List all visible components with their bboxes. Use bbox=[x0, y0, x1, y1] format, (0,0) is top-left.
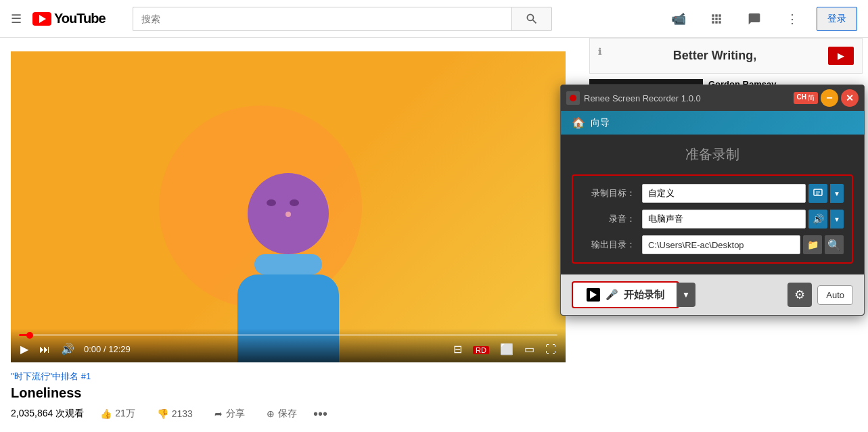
video-stats: 2,035,864 次观看 👍 21万 👎 2133 ➦ 分享 ⊕ 保存 • bbox=[11, 405, 566, 423]
share-icon: ➦ bbox=[214, 408, 223, 419]
dislike-count: 2133 bbox=[172, 408, 193, 419]
ad-text: Better Writing, bbox=[601, 49, 828, 63]
messages-icon-btn[interactable] bbox=[741, 5, 768, 32]
save-icon: ⊕ bbox=[267, 408, 275, 419]
guide-bar[interactable]: 🏠 向导 bbox=[561, 111, 864, 135]
search-bar bbox=[133, 7, 552, 31]
record-play-triangle bbox=[590, 291, 597, 299]
start-record-group: 🎤 开始录制 ▼ bbox=[572, 281, 695, 308]
video-info: "时下流行"中排名 #1 Loneliness 2,035,864 次观看 👍 … bbox=[11, 362, 566, 431]
next-button[interactable]: ⏭ bbox=[38, 342, 51, 357]
svg-point-1 bbox=[570, 95, 576, 101]
audio-control: 🔊 ▼ bbox=[642, 210, 844, 229]
theater-button[interactable]: ▭ bbox=[523, 341, 536, 357]
video-background bbox=[11, 51, 566, 362]
play-icon bbox=[39, 15, 46, 23]
target-arrow[interactable]: ▼ bbox=[830, 184, 844, 203]
dialog-title-controls: CH 简 − ✕ bbox=[794, 89, 859, 107]
time-current: 0:00 bbox=[84, 344, 101, 354]
start-record-label: 开始录制 bbox=[624, 289, 664, 302]
recorder-form: 录制目标： ▼ 录音： 🔊 ▼ bbox=[572, 174, 853, 264]
close-button[interactable]: ✕ bbox=[841, 89, 859, 107]
ch-jian-btn[interactable]: CH 简 bbox=[794, 92, 818, 104]
dislike-icon: 👎 bbox=[157, 408, 168, 419]
ad-banner: ℹ Better Writing, ▶ bbox=[589, 38, 863, 74]
like-button[interactable]: 👍 21万 bbox=[95, 405, 141, 423]
start-record-button[interactable]: 🎤 开始录制 bbox=[572, 281, 679, 308]
ch-label: CH bbox=[797, 93, 806, 103]
guide-home-icon: 🏠 bbox=[572, 116, 585, 129]
dialog-footer: 🎤 开始录制 ▼ ⚙ Auto bbox=[561, 274, 864, 315]
start-record-dropdown[interactable]: ▼ bbox=[677, 283, 695, 307]
miniplayer-button[interactable]: ⬜ bbox=[499, 341, 515, 357]
youtube-logo[interactable]: YouTube bbox=[32, 11, 106, 26]
controls-row: ▶ ⏭ 🔊 0:00 / 12:29 ⊟ RD bbox=[19, 341, 557, 357]
auto-button[interactable]: Auto bbox=[817, 285, 853, 305]
youtube-header: ☰ YouTube 📹 ⋮ 登录 bbox=[0, 0, 868, 38]
target-icon-svg bbox=[813, 189, 823, 198]
progress-bar[interactable] bbox=[19, 334, 557, 336]
share-button[interactable]: ➦ 分享 bbox=[209, 405, 250, 423]
target-label: 录制目标： bbox=[581, 187, 635, 199]
minimize-button[interactable]: − bbox=[821, 89, 838, 107]
search-input[interactable] bbox=[133, 7, 511, 31]
apps-icon-btn[interactable] bbox=[703, 5, 730, 32]
video-section: ▶ ⏭ 🔊 0:00 / 12:29 ⊟ RD bbox=[0, 38, 584, 432]
share-label: 分享 bbox=[226, 408, 245, 420]
target-input[interactable] bbox=[642, 184, 806, 203]
save-button[interactable]: ⊕ 保存 bbox=[261, 405, 302, 423]
record-video-icon bbox=[587, 288, 600, 302]
ad-cta-button[interactable]: ▶ bbox=[828, 47, 854, 65]
audio-input[interactable] bbox=[642, 210, 806, 229]
status-title: 准备录制 bbox=[572, 145, 853, 164]
video-player-container: ▶ ⏭ 🔊 0:00 / 12:29 ⊟ RD bbox=[11, 51, 566, 362]
controls-right: ⊟ RD ⬜ ▭ ⛶ bbox=[452, 341, 557, 357]
jian-label: 简 bbox=[808, 93, 815, 103]
video-title: Loneliness bbox=[11, 385, 566, 401]
fullscreen-button[interactable]: ⛶ bbox=[544, 342, 557, 357]
dislike-button[interactable]: 👎 2133 bbox=[152, 406, 198, 422]
progress-fill bbox=[19, 334, 30, 336]
record-badge: RD bbox=[473, 346, 489, 354]
like-count: 21万 bbox=[115, 408, 135, 420]
play-button[interactable]: ▶ bbox=[19, 341, 30, 357]
audio-row: 录音： 🔊 ▼ bbox=[581, 210, 844, 229]
char-eye-left bbox=[267, 199, 276, 206]
folder-icon[interactable]: 📁 bbox=[803, 235, 822, 254]
dialog-app-icon bbox=[566, 91, 580, 105]
dialog-title: Renee Screen Recorder 1.0.0 bbox=[584, 93, 790, 103]
dialog-titlebar: Renee Screen Recorder 1.0.0 CH 简 − ✕ bbox=[561, 85, 864, 111]
time-display: 0:00 / 12:29 bbox=[84, 344, 131, 354]
audio-arrow[interactable]: ▼ bbox=[830, 210, 844, 229]
volume-icon[interactable]: 🔊 bbox=[808, 210, 827, 229]
subtitles-button[interactable]: ⊟ bbox=[452, 341, 463, 357]
more-actions-button[interactable]: ••• bbox=[313, 406, 327, 422]
login-button[interactable]: 登录 bbox=[817, 7, 857, 31]
search-button[interactable] bbox=[511, 7, 552, 31]
output-control: 📁 🔍 bbox=[642, 235, 844, 254]
guide-text: 向导 bbox=[591, 117, 610, 129]
video-player[interactable]: ▶ ⏭ 🔊 0:00 / 12:29 ⊟ RD bbox=[11, 51, 566, 362]
char-eye-right bbox=[290, 199, 299, 206]
time-total: 12:29 bbox=[108, 344, 131, 354]
footer-right-controls: ⚙ Auto bbox=[787, 283, 853, 307]
target-dropdown-icon[interactable] bbox=[808, 184, 827, 203]
settings-button[interactable]: ⚙ bbox=[787, 283, 812, 307]
camera-icon-btn[interactable]: 📹 bbox=[665, 5, 692, 32]
more-icon-btn[interactable]: ⋮ bbox=[779, 5, 806, 32]
recorder-app-icon bbox=[568, 93, 578, 103]
video-trending[interactable]: "时下流行"中排名 #1 bbox=[11, 370, 566, 383]
output-row: 输出目录： 📁 🔍 bbox=[581, 235, 844, 254]
progress-dot bbox=[26, 332, 33, 339]
like-icon: 👍 bbox=[100, 408, 112, 419]
recorder-dialog: Renee Screen Recorder 1.0.0 CH 简 − ✕ 🏠 向… bbox=[560, 85, 865, 316]
target-row: 录制目标： ▼ bbox=[581, 184, 844, 203]
header-right: 📹 ⋮ 登录 bbox=[665, 5, 857, 32]
video-controls: ▶ ⏭ 🔊 0:00 / 12:29 ⊟ RD bbox=[11, 329, 566, 362]
output-path-input[interactable] bbox=[642, 235, 800, 254]
record-mic-icon: 🎤 bbox=[606, 289, 618, 301]
volume-button[interactable]: 🔊 bbox=[60, 341, 76, 357]
record-badge-button[interactable]: RD bbox=[472, 342, 490, 357]
menu-icon[interactable]: ☰ bbox=[11, 11, 22, 26]
output-search-icon[interactable]: 🔍 bbox=[825, 235, 844, 254]
